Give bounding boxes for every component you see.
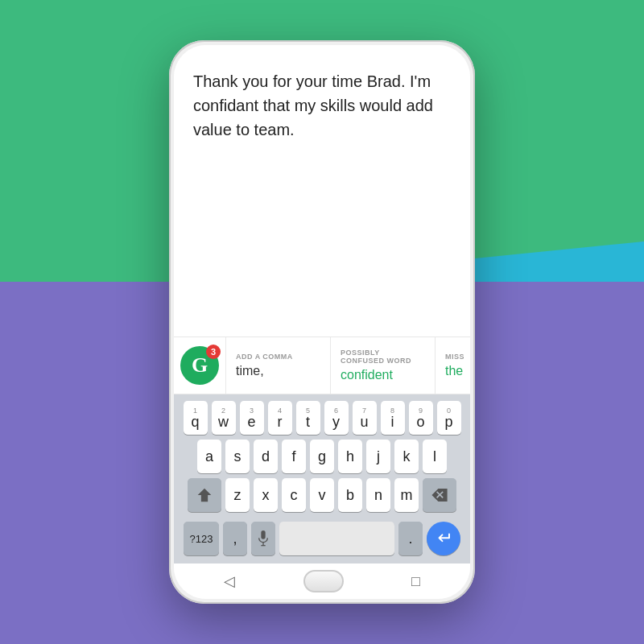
badge: 3 bbox=[206, 345, 221, 359]
key-y[interactable]: 6 y bbox=[324, 401, 349, 435]
recents-nav[interactable]: □ bbox=[411, 573, 420, 590]
key-w[interactable]: 2 w bbox=[212, 401, 236, 435]
svg-rect-1 bbox=[261, 530, 265, 539]
phone-wrapper: Thank you for your time Brad. I'm confid… bbox=[169, 40, 475, 604]
key-e[interactable]: 3 e bbox=[240, 401, 264, 435]
key-f[interactable]: f bbox=[282, 440, 306, 473]
suggestion-value-confused: confident bbox=[341, 368, 425, 382]
keyboard-row-1: 1 q 2 w 3 e 4 r bbox=[177, 401, 467, 435]
key-q[interactable]: 1 q bbox=[184, 401, 208, 435]
text-area[interactable]: Thank you for your time Brad. I'm confid… bbox=[174, 45, 470, 336]
suggestion-card-comma[interactable]: ADD A COMMA time, bbox=[225, 337, 330, 394]
key-o[interactable]: 9 o bbox=[409, 401, 433, 435]
key-z[interactable]: z bbox=[225, 478, 250, 512]
key-x[interactable]: x bbox=[254, 478, 278, 512]
keyboard-row-2: a s d f g h bbox=[177, 440, 467, 473]
key-c[interactable]: c bbox=[282, 478, 306, 512]
key-v[interactable]: v bbox=[310, 478, 334, 512]
key-p[interactable]: 0 p bbox=[437, 401, 461, 435]
key-j[interactable]: j bbox=[366, 440, 390, 473]
suggestion-card-confused[interactable]: POSSIBLY CONFUSED WORD confident bbox=[330, 337, 435, 394]
mic-key[interactable] bbox=[251, 522, 275, 555]
period-key[interactable]: . bbox=[398, 522, 423, 555]
keyboard-row-3: z x c v b n bbox=[177, 478, 467, 512]
key-d[interactable]: d bbox=[254, 440, 278, 473]
key-l[interactable]: l bbox=[423, 440, 447, 473]
num-switch-key[interactable]: ?123 bbox=[184, 522, 219, 555]
grammarly-g-letter: G bbox=[192, 353, 208, 378]
key-r[interactable]: 4 r bbox=[268, 401, 292, 435]
suggestion-suffix: tea bbox=[463, 364, 464, 378]
suggestion-label-confused: POSSIBLY CONFUSED WORD bbox=[341, 349, 425, 365]
key-t[interactable]: 5 t bbox=[296, 401, 320, 435]
key-k[interactable]: k bbox=[394, 440, 419, 473]
phone-inner: Thank you for your time Brad. I'm confid… bbox=[174, 45, 470, 599]
key-a[interactable]: a bbox=[197, 440, 221, 473]
suggestion-label-missing: MISSING W bbox=[445, 353, 464, 361]
svg-rect-0 bbox=[202, 499, 208, 501]
key-n[interactable]: n bbox=[366, 478, 390, 512]
message-text: Thank you for your time Brad. I'm confid… bbox=[193, 72, 433, 138]
key-h[interactable]: h bbox=[338, 440, 362, 473]
keyboard-row-4: ?123 , . bbox=[177, 517, 467, 560]
key-s[interactable]: s bbox=[225, 440, 250, 473]
key-i[interactable]: 8 i bbox=[381, 401, 405, 435]
home-button[interactable] bbox=[303, 570, 344, 592]
key-u[interactable]: 7 u bbox=[353, 401, 377, 435]
phone-nav: ◁ □ bbox=[174, 564, 470, 599]
backspace-key[interactable] bbox=[423, 478, 456, 512]
comma-key[interactable]: , bbox=[223, 522, 247, 555]
suggestion-label-comma: ADD A COMMA bbox=[236, 353, 320, 361]
suggestion-prefix: the bbox=[445, 364, 463, 378]
enter-key[interactable] bbox=[427, 522, 460, 555]
key-b[interactable]: b bbox=[338, 478, 362, 512]
key-g[interactable]: g bbox=[310, 440, 334, 473]
suggestion-value-comma: time, bbox=[236, 364, 320, 378]
suggestion-value-missing: the tea bbox=[445, 364, 464, 378]
space-key[interactable] bbox=[279, 522, 394, 555]
shift-key[interactable] bbox=[188, 478, 221, 512]
back-nav[interactable]: ◁ bbox=[224, 572, 235, 590]
suggestion-bar: G 3 ADD A COMMA time, POSSIBLY CONFUSED … bbox=[174, 336, 470, 394]
suggestion-card-missing[interactable]: MISSING W the tea bbox=[435, 337, 464, 394]
key-m[interactable]: m bbox=[394, 478, 419, 512]
suggestion-cards: ADD A COMMA time, POSSIBLY CONFUSED WORD… bbox=[225, 337, 464, 394]
phone: Thank you for your time Brad. I'm confid… bbox=[169, 40, 475, 604]
grammarly-icon[interactable]: G 3 bbox=[180, 346, 219, 385]
keyboard: 1 q 2 w 3 e 4 r bbox=[174, 394, 470, 564]
